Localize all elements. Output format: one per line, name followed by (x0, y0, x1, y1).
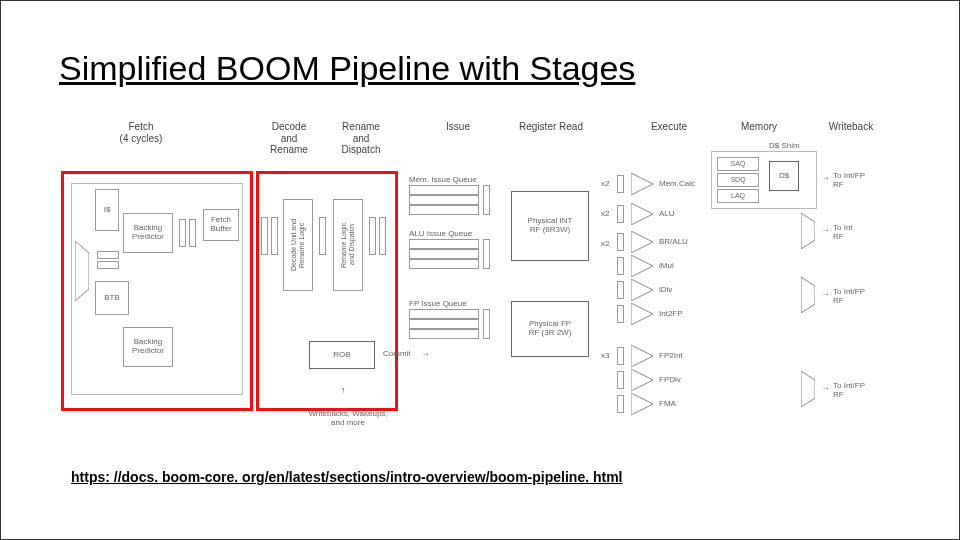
highlight-decode-rename (256, 171, 398, 411)
int2fp-fu-icon (631, 303, 653, 325)
svg-marker-7 (631, 345, 653, 367)
stage-issue: Issue (433, 121, 483, 133)
fp-issue-row2 (409, 319, 479, 329)
int2fp-label: Int2FP (659, 309, 683, 318)
sdq-block: SDQ (717, 173, 759, 187)
source-url-link[interactable]: https: //docs. boom-core. org/en/latest/… (71, 469, 623, 485)
fp-issue-label: FP Issue Queue (409, 299, 467, 308)
stage-writeback: Writeback (816, 121, 886, 133)
fma-label: FMA (659, 399, 676, 408)
svg-marker-0 (75, 241, 89, 301)
svg-marker-10 (801, 213, 815, 249)
stage-rename: RenameandDispatch (331, 121, 391, 156)
mul-x3: x3 (601, 351, 609, 360)
svg-marker-12 (801, 371, 815, 407)
wb-arrow-2-icon: → (821, 225, 830, 235)
rob-block: ROB (309, 341, 375, 369)
wb-int: To IntRF (833, 223, 883, 241)
memcalc-fu-icon (631, 173, 653, 195)
backing-predictor-2-block: BackingPredictor (123, 327, 173, 367)
wb-intfp-3: To Int/FPRF (833, 381, 883, 399)
dcache-block: D$ (769, 161, 799, 191)
stage-regread: Register Read (511, 121, 591, 133)
svg-marker-8 (631, 369, 653, 391)
exec-latch-2 (617, 233, 624, 251)
wb-mux-1-icon (801, 213, 815, 249)
exec-latch-1 (617, 205, 624, 223)
alu-issue-row3 (409, 259, 479, 269)
physical-fp-rf-block: Physical FPRF (3R 2W) (511, 301, 589, 357)
mem-issue-row3 (409, 205, 479, 215)
svg-marker-2 (631, 203, 653, 225)
fp-issue-row3 (409, 329, 479, 339)
svg-marker-4 (631, 255, 653, 277)
fpdiv-fu-icon (631, 369, 653, 391)
idiv-label: iDiv (659, 285, 672, 294)
exec-latch-0 (617, 175, 624, 193)
wb-intfp-1: To Int/FPRF (833, 171, 883, 189)
ren-latch-1 (319, 217, 326, 255)
fetch-latch-1 (179, 219, 186, 247)
fp2int-label: FP2Int (659, 351, 683, 360)
svg-marker-5 (631, 279, 653, 301)
dshim-label: D$ Shim (769, 141, 800, 150)
stage-decode: DecodeandRename (259, 121, 319, 156)
svg-marker-9 (631, 393, 653, 415)
wb-arrow-4-icon: → (821, 383, 830, 393)
laq-block: LAQ (717, 189, 759, 203)
mul-x2-a: x2 (601, 179, 609, 188)
fma-fu-icon (631, 393, 653, 415)
mem-issue-row1 (409, 185, 479, 195)
exec-latch-5 (617, 305, 624, 323)
svg-marker-11 (801, 277, 815, 313)
pipeline-diagram: Fetch(4 cycles) DecodeandRename Renamean… (61, 121, 901, 461)
alu-issue-row1 (409, 239, 479, 249)
alu-label: ALU (659, 209, 675, 218)
fpdiv-label: FPDiv (659, 375, 681, 384)
stage-fetch: Fetch(4 cycles) (101, 121, 181, 144)
decode-rename-block: Decode Unit andRename Logic (283, 199, 313, 291)
wb-arrow-3-icon: → (821, 289, 830, 299)
svg-marker-1 (631, 173, 653, 195)
saq-block: SAQ (717, 157, 759, 171)
commit-label: Commit (383, 349, 411, 358)
exec-latch-8 (617, 395, 624, 413)
fp-issue-row1 (409, 309, 479, 319)
fetch-latch-2 (189, 219, 196, 247)
alu-fu-icon (631, 203, 653, 225)
fetch-buffer-block: FetchBuffer (203, 209, 239, 241)
disp-latch-1 (369, 217, 376, 255)
wb-arrow-1-icon: → (821, 173, 830, 183)
wb-mux-2-icon (801, 277, 815, 313)
dec-latch-1 (261, 217, 268, 255)
stage-execute: Execute (639, 121, 699, 133)
wakeup-arrow-icon: ↑ (341, 385, 346, 395)
fp-issue-latch (483, 309, 490, 339)
stage-memory: Memory (729, 121, 789, 133)
mul-x2-b: x2 (601, 209, 609, 218)
wb-mux-3-icon (801, 371, 815, 407)
mem-issue-latch (483, 185, 490, 215)
mul-x2-c: x2 (601, 239, 609, 248)
physical-int-rf-block: Physical INTRF (6R3W) (511, 191, 589, 261)
disp-latch-2 (379, 217, 386, 255)
fp2int-fu-icon (631, 345, 653, 367)
mem-issue-row2 (409, 195, 479, 205)
svg-marker-6 (631, 303, 653, 325)
icache-block: I$ (95, 189, 119, 231)
bralu-label: BR/ALU (659, 237, 688, 246)
alu-issue-latch (483, 239, 490, 269)
fetch-q2 (97, 261, 119, 269)
bralu-fu-icon (631, 231, 653, 253)
idiv-fu-icon (631, 279, 653, 301)
rename-dispatch-block: Rename Logicand Dispatch (333, 199, 363, 291)
imul-fu-icon (631, 255, 653, 277)
btb-block: BTB (95, 281, 129, 315)
exec-latch-4 (617, 281, 624, 299)
memcalc-label: Mem.Calc (659, 179, 695, 188)
svg-marker-3 (631, 231, 653, 253)
alu-issue-row2 (409, 249, 479, 259)
backing-predictor-block: BackingPredictor (123, 213, 173, 253)
alu-issue-label: ALU Issue Queue (409, 229, 472, 238)
imul-label: iMul (659, 261, 674, 270)
